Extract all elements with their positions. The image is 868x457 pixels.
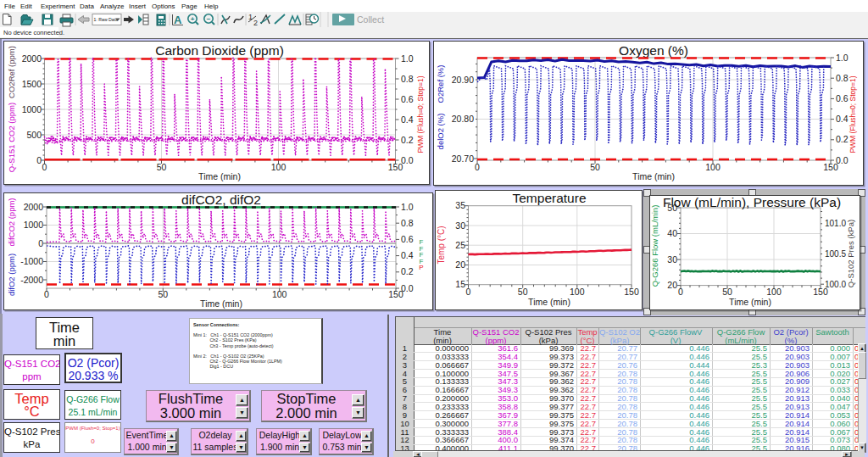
- svg-text:-1000: -1000: [20, 256, 43, 266]
- svg-text:0.4: 0.4: [401, 250, 414, 260]
- svg-text:1: Raw Data: 1: Raw Data: [94, 17, 119, 22]
- svg-text:25: 25: [455, 240, 465, 250]
- svg-text:0.2: 0.2: [401, 266, 414, 276]
- svg-text:difO2 (ppm): difO2 (ppm): [7, 254, 16, 296]
- svg-text:Flow (mL/min), Pressure (kPa): Flow (mL/min), Pressure (kPa): [663, 196, 841, 209]
- svg-text:150: 150: [624, 287, 639, 297]
- svg-text:1.0: 1.0: [401, 53, 414, 64]
- svg-text:100.5: 100.5: [825, 249, 846, 259]
- svg-text:1.0: 1.0: [836, 53, 849, 63]
- svg-text:2000: 2000: [22, 53, 42, 64]
- svg-text:0.8: 0.8: [836, 73, 849, 83]
- svg-text:CO2Ref (ppm): CO2Ref (ppm): [7, 46, 16, 98]
- svg-text:Q-S102 Pres (kPa): Q-S102 Pres (kPa): [846, 220, 855, 287]
- svg-text:2: 2: [253, 19, 258, 27]
- svg-text:30: 30: [455, 220, 465, 231]
- svg-text:PWM (Flush=0; Stop=1): PWM (Flush=0; Stop=1): [849, 75, 857, 153]
- svg-text:Temperature: Temperature: [512, 191, 586, 205]
- svg-text:0.2: 0.2: [836, 134, 849, 144]
- svg-text:30: 30: [667, 254, 677, 265]
- svg-text:2000: 2000: [24, 202, 44, 212]
- svg-text:15: 15: [455, 279, 465, 289]
- svg-text:50: 50: [157, 162, 167, 172]
- svg-text:Time (min): Time (min): [198, 171, 241, 181]
- svg-text:150: 150: [823, 162, 838, 172]
- svg-text:Oxygen (%): Oxygen (%): [619, 43, 688, 58]
- svg-text:0: 0: [44, 289, 49, 299]
- svg-text:0.6: 0.6: [401, 234, 414, 244]
- svg-text:Q-G266 Flow (mL/min): Q-G266 Flow (mL/min): [650, 205, 659, 287]
- svg-text:150: 150: [813, 287, 828, 297]
- svg-text:0.6: 0.6: [401, 94, 414, 104]
- svg-text:20.80: 20.80: [452, 114, 474, 124]
- svg-text:Carbon Dioxide (ppm): Carbon Dioxide (ppm): [155, 43, 284, 58]
- svg-text:100: 100: [271, 162, 287, 172]
- svg-text:difCO2, difO2: difCO2, difO2: [181, 193, 261, 207]
- svg-text:delO2 (%): delO2 (%): [436, 114, 445, 150]
- svg-text:50: 50: [722, 287, 732, 297]
- svg-text:0.4: 0.4: [401, 114, 414, 125]
- svg-text:0: 0: [466, 287, 471, 297]
- svg-text:20.70: 20.70: [452, 153, 474, 164]
- svg-text:Time (min): Time (min): [632, 171, 675, 181]
- svg-text:20: 20: [667, 280, 677, 290]
- svg-text:difCO2 (ppm): difCO2 (ppm): [7, 198, 16, 246]
- svg-text:0: 0: [678, 287, 683, 297]
- svg-text:Time (min): Time (min): [528, 297, 570, 307]
- svg-text:Q-S151 CO2 (ppm): Q-S151 CO2 (ppm): [7, 103, 16, 172]
- svg-text:100: 100: [705, 162, 721, 172]
- svg-text:20: 20: [455, 259, 465, 270]
- svg-text:-2000: -2000: [20, 275, 43, 285]
- svg-text:Temp (°C): Temp (°C): [437, 226, 446, 264]
- svg-text:1000: 1000: [24, 220, 44, 230]
- svg-text:−: −: [207, 15, 211, 23]
- svg-text:0.4: 0.4: [836, 114, 849, 124]
- svg-text:Time (min): Time (min): [729, 297, 771, 307]
- svg-text:50: 50: [590, 162, 600, 172]
- svg-text:50: 50: [158, 289, 168, 299]
- svg-text:+: +: [191, 15, 195, 23]
- svg-text:500: 500: [26, 130, 42, 140]
- svg-text:35: 35: [455, 200, 465, 210]
- svg-text:20.90: 20.90: [452, 75, 474, 85]
- svg-text:0: 0: [42, 162, 47, 172]
- svg-text:0.6: 0.6: [836, 93, 849, 103]
- svg-text:150: 150: [388, 289, 403, 299]
- svg-text:0.8: 0.8: [401, 74, 414, 84]
- svg-text:1000: 1000: [22, 104, 42, 114]
- svg-text:0: 0: [36, 155, 42, 165]
- svg-text:150: 150: [388, 162, 403, 172]
- svg-text:P: P: [419, 264, 423, 271]
- svg-text:A: A: [174, 14, 182, 26]
- svg-text:0.2: 0.2: [401, 135, 414, 145]
- svg-text:100: 100: [570, 287, 585, 297]
- svg-text:Time (min): Time (min): [200, 298, 242, 309]
- svg-text:101.0: 101.0: [825, 219, 846, 228]
- svg-text:40: 40: [667, 228, 677, 238]
- svg-text:1500: 1500: [22, 79, 42, 89]
- svg-text:100: 100: [272, 289, 287, 299]
- svg-text:O2Ref (%): O2Ref (%): [436, 65, 445, 103]
- svg-text:0: 0: [38, 238, 43, 248]
- svg-text:0.8: 0.8: [401, 218, 414, 228]
- svg-text:PWM (Flush=0; Stop=1): PWM (Flush=0; Stop=1): [416, 75, 425, 153]
- svg-text:100: 100: [766, 287, 782, 297]
- svg-text:0: 0: [475, 162, 480, 172]
- svg-text:1.0: 1.0: [401, 202, 414, 212]
- svg-text:100.0: 100.0: [825, 280, 846, 289]
- svg-text:50: 50: [518, 287, 528, 297]
